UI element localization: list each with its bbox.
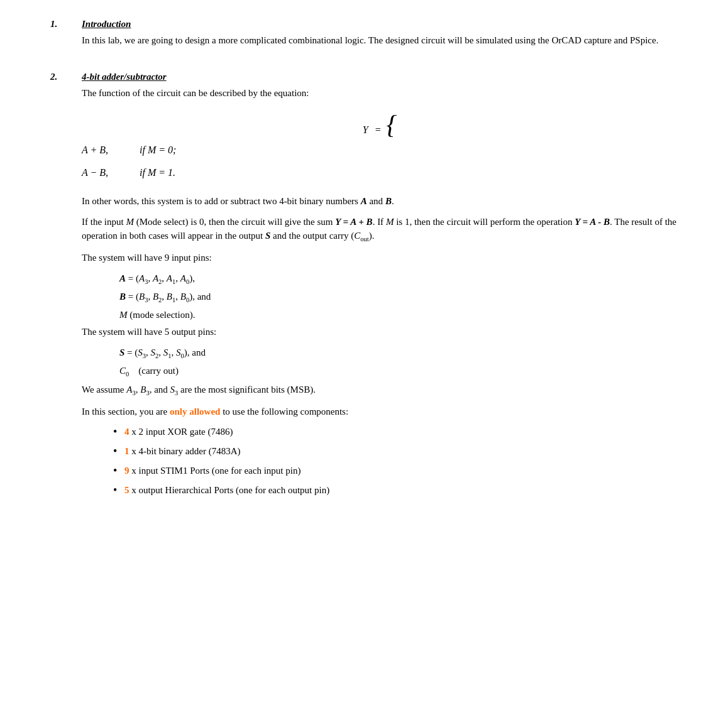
section-2-number: 2. bbox=[50, 72, 82, 503]
sub-3-msb-b: 3 bbox=[146, 390, 149, 396]
pin-B3: B bbox=[139, 292, 145, 302]
output-pin-list: S = (S3, S2, S1, S0), and C0 (carry out) bbox=[119, 345, 678, 380]
pin-S0: S bbox=[176, 347, 181, 357]
section-1-title: Introduction bbox=[82, 19, 131, 29]
section-2-body: The function of the circuit can be descr… bbox=[82, 86, 678, 499]
num-4: 4 bbox=[124, 427, 130, 437]
sub-0a: 0 bbox=[186, 278, 189, 285]
bullet-dot-1: • bbox=[113, 423, 124, 440]
formula-block: Y = { A + B, if M = 0; A − B, if M = 1. bbox=[82, 111, 678, 183]
var-A: A bbox=[361, 196, 367, 206]
section-2-title: 4-bit adder/subtractor bbox=[82, 72, 167, 82]
eq-equals-2: = bbox=[580, 217, 590, 227]
sub-1b: 1 bbox=[172, 297, 175, 303]
var-B: B bbox=[385, 196, 392, 206]
pin-A: A = (A3, A2, A1, A0), bbox=[119, 271, 678, 288]
bullet-dot-4: • bbox=[113, 482, 124, 499]
section-1-body: In this lab, we are going to design a mo… bbox=[82, 33, 678, 48]
formula-case1-left: A + B, bbox=[82, 140, 108, 160]
var-S: S bbox=[265, 231, 270, 241]
section-2-p4: The system will have 5 output pins: bbox=[82, 325, 678, 339]
pin-A0: A bbox=[180, 273, 186, 283]
sub-3-msb-s: 3 bbox=[175, 390, 178, 396]
section-2-intro: The function of the circuit can be descr… bbox=[82, 86, 678, 101]
input-pin-list: A = (A3, A2, A1, A0), B = (B3, B2, B1, B… bbox=[119, 271, 678, 322]
section-1: 1. Introduction In this lab, we are goin… bbox=[50, 19, 678, 54]
section-2-p6: In this section, you are only allowed to… bbox=[82, 405, 678, 419]
bullet-dot-3: • bbox=[113, 462, 124, 479]
section-1-number: 1. bbox=[50, 19, 82, 54]
sub-3b: 3 bbox=[145, 297, 148, 303]
section-2-p1: In other words, this system is to add or… bbox=[82, 194, 678, 209]
bullet-item-4: • 5 x output Hierarchical Ports (one for… bbox=[113, 483, 678, 499]
section-1-paragraph: In this lab, we are going to design a mo… bbox=[82, 33, 678, 48]
sub-0s: 0 bbox=[181, 352, 184, 359]
bullet-item-2: • 1 x 4-bit binary adder (7483A) bbox=[113, 444, 678, 460]
num-5: 5 bbox=[124, 485, 130, 495]
bullet-text-2: 1 x 4-bit binary adder (7483A) bbox=[124, 444, 241, 459]
bullet-text-1: 4 x 2 input XOR gate (7486) bbox=[124, 425, 233, 439]
bullet-item-3: • 9 x input STIM1 Ports (one for each in… bbox=[113, 464, 678, 479]
eq-B-add: B bbox=[367, 217, 373, 227]
eq-minus: - bbox=[596, 217, 604, 227]
eq-plus: + bbox=[356, 217, 367, 227]
sub-2s: 2 bbox=[155, 352, 158, 359]
formula-case1-right: if M = 0; bbox=[140, 140, 176, 160]
formula-Y-label: Y bbox=[363, 124, 368, 135]
pin-A3: A bbox=[139, 273, 145, 283]
sub-0c: 0 bbox=[126, 371, 129, 378]
section-2-p5: We assume A3, B3, and S3 are the most si… bbox=[82, 383, 678, 398]
sub-2a: 2 bbox=[158, 278, 162, 285]
bullet-text-4: 5 x output Hierarchical Ports (one for e… bbox=[124, 483, 329, 498]
var-B3: B bbox=[140, 385, 146, 395]
eq-YAB-add: Y bbox=[335, 217, 341, 227]
var-M: M bbox=[126, 217, 134, 227]
bullet-text-3: 9 x input STIM1 Ports (one for each inpu… bbox=[124, 464, 301, 478]
sub-1a: 1 bbox=[172, 278, 175, 285]
pin-S3: S bbox=[138, 347, 143, 357]
components-list: • 4 x 2 input XOR gate (7486) • 1 x 4-bi… bbox=[113, 425, 678, 499]
formula-eq-sign: = bbox=[375, 124, 382, 135]
pin-B-label: B bbox=[119, 292, 126, 302]
var-Cout-sub: out bbox=[360, 236, 368, 243]
eq-A-add: A bbox=[350, 217, 356, 227]
pin-A2: A bbox=[153, 273, 158, 283]
pin-B: B = (B3, B2, B1, B0), and bbox=[119, 289, 678, 306]
num-9: 9 bbox=[124, 466, 130, 476]
pin-S: S = (S3, S2, S1, S0), and bbox=[119, 345, 678, 362]
section-2-content: 4-bit adder/subtractor The function of t… bbox=[82, 72, 678, 503]
formula-cases: A + B, if M = 0; A − B, if M = 1. bbox=[82, 140, 678, 183]
eq-YAB-sub: Y bbox=[575, 217, 580, 227]
var-S3: S bbox=[170, 385, 175, 395]
pin-A-label: A bbox=[119, 273, 126, 283]
formula-case-2: A − B, if M = 1. bbox=[82, 163, 678, 183]
formula-case2-right: if M = 1. bbox=[140, 163, 175, 183]
sub-0b: 0 bbox=[186, 297, 189, 303]
eq-B-sub: B bbox=[604, 217, 610, 227]
sub-3s: 3 bbox=[143, 352, 146, 359]
pin-A1: A bbox=[167, 273, 172, 283]
num-1: 1 bbox=[124, 446, 130, 456]
section-2-p2: If the input M (Mode select) is 0, then … bbox=[82, 215, 678, 244]
section-1-content: Introduction In this lab, we are going t… bbox=[82, 19, 678, 54]
only-allowed-text: only allowed bbox=[170, 406, 220, 417]
bullet-dot-2: • bbox=[113, 443, 124, 460]
sub-1s: 1 bbox=[168, 352, 171, 359]
sub-2b: 2 bbox=[158, 297, 162, 303]
pin-S-label: S bbox=[119, 347, 124, 357]
formula-case2-left: A − B, bbox=[82, 163, 108, 183]
pin-M-label: M bbox=[119, 310, 128, 320]
var-Cout: C bbox=[354, 231, 360, 241]
pin-C0-label: C bbox=[119, 366, 126, 376]
formula-case-1: A + B, if M = 0; bbox=[82, 140, 678, 160]
bullet-item-1: • 4 x 2 input XOR gate (7486) bbox=[113, 425, 678, 440]
formula-brace: { bbox=[386, 110, 397, 139]
section-2-p3: The system will have 9 input pins: bbox=[82, 251, 678, 265]
sub-3a: 3 bbox=[145, 278, 148, 285]
var-M2: M bbox=[386, 217, 394, 227]
pin-B1: B bbox=[167, 292, 172, 302]
eq-equals-1: = bbox=[341, 217, 351, 227]
pin-S2: S bbox=[151, 347, 156, 357]
pin-C0: C0 (carry out) bbox=[119, 363, 678, 380]
pin-M: M (mode selection). bbox=[119, 307, 678, 322]
